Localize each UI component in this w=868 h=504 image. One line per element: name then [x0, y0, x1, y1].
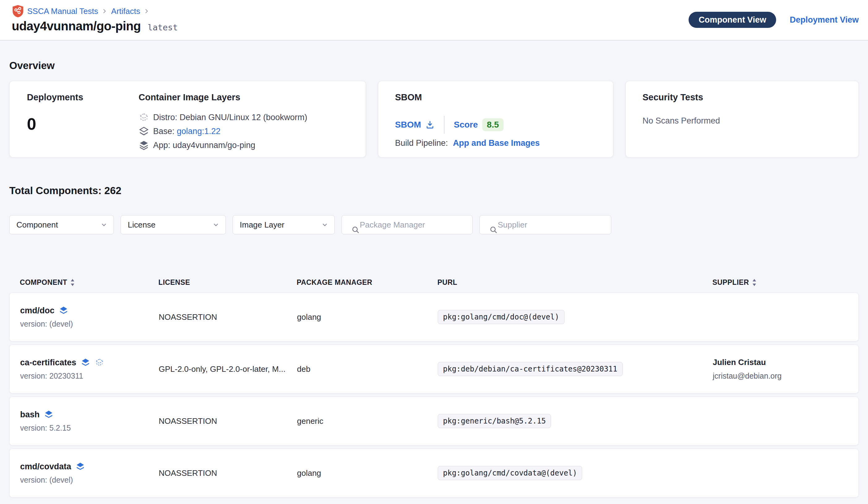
layer-item-text: App: uday4vunnam/go-ping	[153, 141, 255, 150]
column-purl: PURL	[437, 278, 457, 287]
ssca-shield-logo-icon	[12, 4, 24, 18]
image-layer-filter-value: Image Layer	[240, 220, 285, 230]
security-tests-label: Security Tests	[642, 92, 842, 102]
layer-item-text: Base: golang:1.22	[153, 127, 220, 136]
sbom-card: SBOM SBOM Score 8.5 Build	[378, 81, 613, 158]
layers-filled-icon	[59, 306, 68, 315]
package-manager-cell: golang	[297, 312, 438, 322]
package-manager-search	[341, 215, 473, 234]
supplier-search-input[interactable]	[479, 215, 611, 234]
layers-filled-icon	[44, 410, 53, 420]
security-tests-card: Security Tests No Scans Performed	[626, 81, 859, 158]
supplier-search	[479, 215, 611, 234]
layers-filled-icon	[75, 462, 85, 472]
license-cell: GPL-2.0-only, GPL-2.0-or-later, M...	[159, 364, 297, 374]
divider	[444, 116, 445, 134]
supplier-name: Julien Cristau	[713, 357, 858, 367]
page-title: uday4vunnam/go-ping	[12, 19, 141, 33]
overview-cards: Deployments 0 Container Image Layers Dis…	[9, 81, 859, 158]
purl-badge: pkg:deb/debian/ca-certificates@20230311	[438, 362, 623, 376]
component-name: bash	[20, 410, 40, 420]
layers-filled-icon	[138, 140, 149, 151]
filters-bar: Component License Image Layer	[9, 215, 859, 234]
component-filter-select[interactable]: Component	[9, 215, 114, 234]
component-version: version: 20230311	[20, 372, 159, 381]
component-filter-value: Component	[17, 220, 58, 230]
chevron-right-icon	[101, 8, 108, 14]
license-cell: NOASSERTION	[159, 312, 297, 322]
table-row: cmd/doc version: (devel) NOASSERTION gol…	[9, 293, 859, 342]
license-filter-select[interactable]: License	[121, 215, 226, 234]
deployments-count: 0	[27, 114, 138, 133]
license-cell: NOASSERTION	[159, 416, 297, 426]
breadcrumb-link-project[interactable]: SSCA Manual Tests	[27, 7, 98, 16]
package-manager-cell: golang	[297, 468, 438, 478]
package-manager-search-input[interactable]	[341, 215, 473, 234]
package-manager-cell: generic	[297, 416, 438, 426]
sort-component-button[interactable]	[70, 278, 75, 287]
table-row: cmd/covdata version: (devel) NOASSERTION…	[9, 448, 859, 497]
table-row: bash version: 5.2.15 NOASSERTION generic…	[9, 396, 859, 445]
component-name: cmd/covdata	[20, 462, 71, 472]
supplier-cell: Julien Cristau jcristau@debian.org	[713, 357, 858, 381]
component-version: version: (devel)	[20, 320, 159, 329]
column-supplier: SUPPLIER	[712, 278, 749, 287]
sbom-download-link[interactable]: SBOM	[395, 120, 435, 130]
component-name: cmd/doc	[20, 306, 54, 315]
component-version: version: 5.2.15	[20, 424, 159, 433]
package-manager-cell: deb	[297, 364, 438, 374]
container-image-layers-label: Container Image Layers	[138, 92, 349, 102]
purl-badge: pkg:golang/cmd/doc@(devel)	[438, 310, 565, 324]
purl-badge: pkg:generic/bash@5.2.15	[438, 414, 551, 428]
view-toggle: Component View Deployment View	[689, 12, 859, 28]
layers-filled-icon	[81, 358, 90, 367]
deployments-label: Deployments	[27, 92, 138, 102]
purl-badge: pkg:golang/cmd/covdata@(devel)	[438, 466, 582, 480]
security-tests-status: No Scans Performed	[642, 116, 842, 126]
artifact-tag: latest	[147, 23, 178, 32]
license-filter-value: License	[128, 220, 156, 230]
build-pipeline-label: Build Pipeline:	[395, 138, 448, 148]
column-component: COMPONENT	[20, 278, 67, 287]
image-layer-filter-select[interactable]: Image Layer	[232, 215, 335, 234]
build-pipeline-link[interactable]: App and Base Images	[453, 138, 540, 148]
component-view-button[interactable]: Component View	[689, 12, 776, 28]
sort-supplier-button[interactable]	[752, 278, 757, 287]
score-badge: 8.5	[482, 118, 504, 131]
base-image-link[interactable]: golang:1.22	[177, 127, 220, 136]
download-icon[interactable]	[425, 120, 435, 129]
column-license: LICENSE	[158, 278, 190, 287]
score-label: Score	[454, 120, 478, 130]
deployment-view-link[interactable]: Deployment View	[790, 15, 859, 25]
sbom-card-label: SBOM	[395, 92, 596, 102]
deployments-layers-card: Deployments 0 Container Image Layers Dis…	[9, 81, 366, 158]
total-components-heading: Total Components: 262	[9, 185, 859, 196]
layer-item-distro: Distro: Debian GNU/Linux 12 (bookworm)	[138, 111, 349, 124]
layer-item-text: Distro: Debian GNU/Linux 12 (bookworm)	[153, 113, 307, 122]
license-cell: NOASSERTION	[159, 468, 297, 478]
layers-outline-dashed-icon	[138, 112, 149, 123]
column-package-manager: PACKAGE MANAGER	[297, 278, 372, 287]
component-name: ca-certificates	[20, 358, 76, 367]
chevron-down-icon	[100, 221, 108, 229]
chevron-down-icon	[321, 221, 329, 229]
table-header: COMPONENT LICENSE PACKAGE MANAGER PURL S…	[9, 272, 859, 293]
table-row: ca-certificates version: 20230311 GPL-2.…	[9, 345, 859, 393]
page-header: SSCA Manual Tests Artifacts uday4vunnam/…	[0, 0, 868, 41]
breadcrumb-link-artifacts[interactable]: Artifacts	[111, 7, 140, 16]
chevron-right-icon	[143, 8, 150, 14]
overview-heading: Overview	[9, 60, 859, 71]
supplier-email: jcristau@debian.org	[713, 372, 858, 381]
layer-item-base: Base: golang:1.22	[138, 124, 349, 138]
layers-half-filled-icon	[138, 126, 149, 137]
layers-outline-dashed-icon	[95, 358, 104, 367]
chevron-down-icon	[212, 221, 220, 229]
component-version: version: (devel)	[20, 475, 159, 484]
layer-item-app: App: uday4vunnam/go-ping	[138, 138, 349, 152]
